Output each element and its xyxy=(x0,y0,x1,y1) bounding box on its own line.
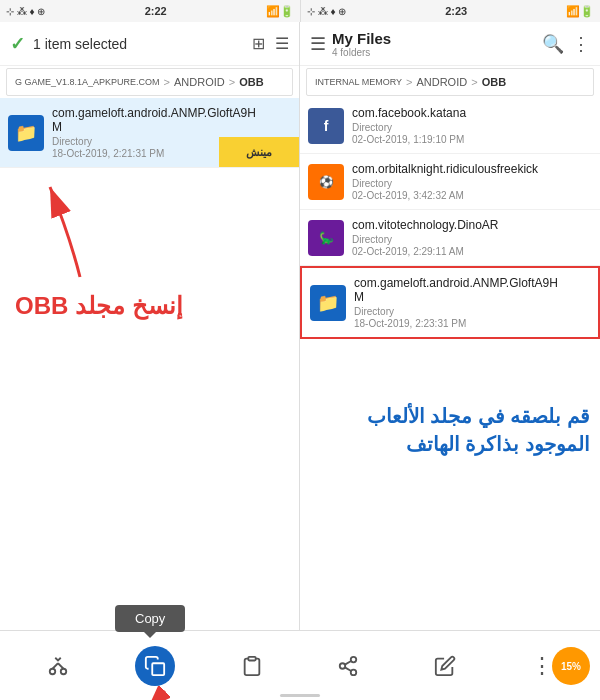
right-status-time: 2:23 xyxy=(445,5,467,17)
right-file-item-1[interactable]: ⚽ com.orbitalknight.ridiculousfreekick D… xyxy=(300,154,600,210)
obb-label-text: إنسخ مجلد OBB xyxy=(15,292,183,320)
svg-point-10 xyxy=(340,663,346,669)
main-content: ✓ 1 item selected ⊞ ☰ G GAME_V1.8.1A_APK… xyxy=(0,22,600,652)
svg-point-1 xyxy=(50,668,56,674)
right-file-type-1: Directory xyxy=(352,178,592,189)
left-breadcrumb: G GAME_V1.8.1A_APKPURE.COM > ANDROID > O… xyxy=(6,68,293,96)
left-status-signal: 📶🔋 xyxy=(266,5,294,18)
right-breadcrumb-root: INTERNAL MEMORY xyxy=(315,77,402,87)
right-status-signal: 📶🔋 xyxy=(566,5,594,18)
right-file-icon-0: f xyxy=(308,108,344,144)
left-top-bar-icons: ⊞ ☰ xyxy=(252,34,289,53)
left-breadcrumb-sep1: > xyxy=(164,76,170,88)
svg-rect-5 xyxy=(152,663,164,675)
right-file-name-0: com.facebook.katana xyxy=(352,106,592,120)
left-breadcrumb-root: G GAME_V1.8.1A_APKPURE.COM xyxy=(15,77,160,87)
right-top-bar: ☰ My Files 4 folders 🔍 ⋮ xyxy=(300,22,600,66)
paste-button[interactable] xyxy=(232,646,272,686)
right-file-info-2: com.vitotechnology.DinoAR Directory 02-O… xyxy=(352,218,592,257)
obb-copy-label: إنسخ مجلد OBB xyxy=(15,292,183,320)
right-file-name-3: com.gameloft.android.ANMP.GloftA9HM xyxy=(354,276,590,304)
checkmark-icon: ✓ xyxy=(10,33,25,55)
right-file-type-3: Directory xyxy=(354,306,590,317)
copy-tooltip: Copy xyxy=(115,605,185,632)
grid-view-icon[interactable]: ⊞ xyxy=(252,34,265,53)
left-panel: ✓ 1 item selected ⊞ ☰ G GAME_V1.8.1A_APK… xyxy=(0,22,300,652)
left-breadcrumb-sep2: > xyxy=(229,76,235,88)
hamburger-icon[interactable]: ☰ xyxy=(310,33,326,55)
cut-button[interactable] xyxy=(38,646,78,686)
right-breadcrumb-sep1: > xyxy=(406,76,412,88)
svg-rect-8 xyxy=(248,656,255,660)
my-files-title: My Files xyxy=(332,30,536,47)
right-file-info-3: com.gameloft.android.ANMP.GloftA9HM Dire… xyxy=(354,276,590,329)
left-file-icon-0: 📁 xyxy=(8,115,44,151)
search-icon[interactable]: 🔍 xyxy=(542,33,564,55)
paste-instruction-line2: الموجود بذاكرة الهاتف xyxy=(340,430,590,458)
left-file-name-0: com.gameloft.android.ANMP.GloftA9HM xyxy=(52,106,291,134)
percent-badge: 15% xyxy=(552,647,590,685)
right-breadcrumb-mid: ANDROID xyxy=(416,76,467,88)
right-status-bar: ⊹ ⁂ ♦ ⊕ 2:23 📶🔋 xyxy=(300,0,600,22)
right-file-item-2[interactable]: 🦕 com.vitotechnology.DinoAR Directory 02… xyxy=(300,210,600,266)
right-file-name-2: com.vitotechnology.DinoAR xyxy=(352,218,592,232)
svg-line-13 xyxy=(345,660,351,664)
left-breadcrumb-active: OBB xyxy=(239,76,263,88)
left-status-bar: ⊹ ⁂ ♦ ⊕ 2:22 📶🔋 xyxy=(0,0,300,22)
left-status-icons: ⊹ ⁂ ♦ ⊕ xyxy=(6,6,45,17)
left-breadcrumb-mid: ANDROID xyxy=(174,76,225,88)
svg-point-2 xyxy=(61,668,67,674)
paste-instruction-line1: قم بلصقه في مجلد الألعاب xyxy=(340,402,590,430)
right-file-type-0: Directory xyxy=(352,122,592,133)
my-files-section: My Files 4 folders xyxy=(332,30,536,58)
svg-line-3 xyxy=(53,663,59,669)
more-options-icon[interactable]: ⋮ xyxy=(572,33,590,55)
watermark: مينش xyxy=(219,137,299,167)
right-file-icon-3: 📁 xyxy=(310,285,346,321)
left-top-bar: ✓ 1 item selected ⊞ ☰ xyxy=(0,22,299,66)
svg-point-9 xyxy=(351,656,357,662)
svg-line-12 xyxy=(345,667,351,671)
copy-button[interactable] xyxy=(135,646,175,686)
right-breadcrumb-active: OBB xyxy=(482,76,506,88)
rename-button[interactable] xyxy=(425,646,465,686)
right-file-info-1: com.orbitalknight.ridiculousfreekick Dir… xyxy=(352,162,592,201)
right-status-icons: ⊹ ⁂ ♦ ⊕ xyxy=(307,6,346,17)
left-file-item-0[interactable]: 📁 com.gameloft.android.ANMP.GloftA9HM Di… xyxy=(0,98,299,168)
bottom-divider xyxy=(280,694,320,697)
right-file-date-2: 02-Oct-2019, 2:29:11 AM xyxy=(352,246,592,257)
right-top-bar-icons: 🔍 ⋮ xyxy=(542,33,590,55)
right-file-list: f com.facebook.katana Directory 02-Oct-2… xyxy=(300,98,600,652)
right-breadcrumb: INTERNAL MEMORY > ANDROID > OBB xyxy=(306,68,594,96)
right-file-type-2: Directory xyxy=(352,234,592,245)
my-files-subtitle: 4 folders xyxy=(332,47,536,58)
share-button[interactable] xyxy=(328,646,368,686)
arrow-annotation xyxy=(20,177,100,291)
selected-count-text: 1 item selected xyxy=(33,36,244,52)
list-view-icon[interactable]: ☰ xyxy=(275,34,289,53)
right-file-date-0: 02-Oct-2019, 1:19:10 PM xyxy=(352,134,592,145)
right-file-name-1: com.orbitalknight.ridiculousfreekick xyxy=(352,162,592,176)
right-file-info-0: com.facebook.katana Directory 02-Oct-201… xyxy=(352,106,592,145)
right-file-icon-2: 🦕 xyxy=(308,220,344,256)
right-file-date-1: 02-Oct-2019, 3:42:32 AM xyxy=(352,190,592,201)
right-file-icon-1: ⚽ xyxy=(308,164,344,200)
svg-point-11 xyxy=(351,669,357,675)
right-breadcrumb-sep2: > xyxy=(471,76,477,88)
bottom-toolbar: ⋮ xyxy=(0,630,600,700)
right-file-item-0[interactable]: f com.facebook.katana Directory 02-Oct-2… xyxy=(300,98,600,154)
right-file-item-3[interactable]: 📁 com.gameloft.android.ANMP.GloftA9HM Di… xyxy=(300,266,600,339)
paste-instruction: قم بلصقه في مجلد الألعاب الموجود بذاكرة … xyxy=(340,402,590,458)
right-panel: ☰ My Files 4 folders 🔍 ⋮ INTERNAL MEMORY… xyxy=(300,22,600,652)
left-status-time: 2:22 xyxy=(145,5,167,17)
right-file-date-3: 18-Oct-2019, 2:23:31 PM xyxy=(354,318,590,329)
svg-line-7 xyxy=(148,691,165,701)
svg-line-4 xyxy=(58,663,64,669)
